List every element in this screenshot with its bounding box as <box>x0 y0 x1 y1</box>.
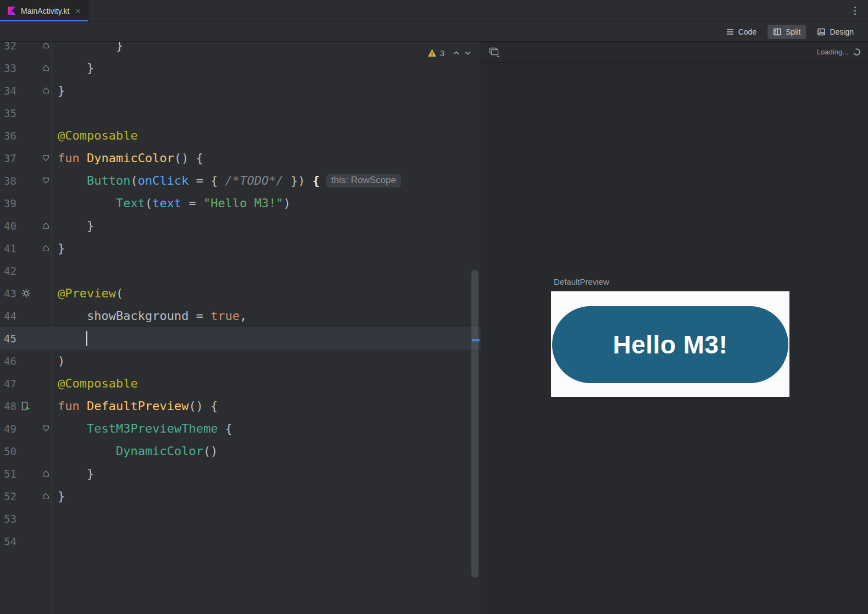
line-number: 53 <box>0 513 16 525</box>
line-number: 47 <box>0 378 16 390</box>
preview-run-icon[interactable] <box>16 401 35 411</box>
code-text: } <box>51 489 65 503</box>
code-line-43[interactable]: 43@Preview( <box>0 282 481 305</box>
code-line-39[interactable]: 39 Text(text = "Hello M3!") <box>0 192 481 214</box>
code-text: } <box>51 467 94 480</box>
line-number: 42 <box>0 265 16 277</box>
chevron-down-icon[interactable] <box>464 49 472 57</box>
warning-icon[interactable] <box>427 48 437 57</box>
code-text: } <box>51 42 123 52</box>
code-text: fun DefaultPreview() { <box>51 399 218 413</box>
inlay-hint: this: RowScope <box>326 174 401 187</box>
line-number: 51 <box>0 468 16 480</box>
code-editor[interactable]: 32 }33 }34}3536@Composable37fun DynamicC… <box>0 42 481 614</box>
fold-up-icon[interactable] <box>35 492 51 500</box>
code-line-41[interactable]: 41} <box>0 237 481 259</box>
code-line-40[interactable]: 40 } <box>0 214 481 237</box>
line-number: 32 <box>0 42 16 52</box>
code-line-51[interactable]: 51 } <box>0 462 481 485</box>
preview-button: Hello M3! <box>552 306 788 383</box>
fold-down-icon[interactable] <box>35 424 51 433</box>
code-line-52[interactable]: 52} <box>0 485 481 507</box>
design-mode-icon <box>817 27 826 36</box>
code-text: } <box>51 84 65 97</box>
view-options-icon[interactable] <box>489 47 500 57</box>
editor-tab-bar: MainActivity.kt × <box>0 0 868 22</box>
code-line-54[interactable]: 54 <box>0 530 481 552</box>
split-mode-button[interactable]: Split <box>767 25 806 39</box>
code-text: Text(text = "Hello M3!") <box>51 196 291 210</box>
line-number: 54 <box>0 535 16 547</box>
fold-down-icon[interactable] <box>35 154 51 162</box>
line-number: 35 <box>0 107 16 119</box>
line-number: 43 <box>0 287 16 300</box>
code-line-33[interactable]: 33 } <box>0 57 481 79</box>
tab-mainactivity[interactable]: MainActivity.kt × <box>0 0 88 21</box>
more-options-icon[interactable] <box>852 4 858 17</box>
code-rows: 32 }33 }34}3536@Composable37fun DynamicC… <box>0 42 481 552</box>
fold-up-icon[interactable] <box>35 244 51 252</box>
code-line-34[interactable]: 34} <box>0 79 481 102</box>
fold-down-icon[interactable] <box>35 176 51 185</box>
kotlin-icon <box>8 7 16 15</box>
code-line-36[interactable]: 36@Composable <box>0 124 481 147</box>
fold-up-icon[interactable] <box>35 222 51 230</box>
code-text: @Preview( <box>51 286 123 300</box>
fold-up-icon[interactable] <box>35 64 51 72</box>
preview-name-label[interactable]: DefaultPreview <box>554 277 609 286</box>
line-number: 52 <box>0 490 16 502</box>
code-line-38[interactable]: 38 Button(onClick = { /*TODO*/ }) {this:… <box>0 169 481 192</box>
line-number: 48 <box>0 400 16 412</box>
editor-mode-toolbar: Code Split Design <box>0 22 868 42</box>
preview-render-surface: Hello M3! <box>551 291 789 397</box>
code-line-35[interactable]: 35 <box>0 102 481 124</box>
code-line-53[interactable]: 53 <box>0 507 481 530</box>
line-number: 41 <box>0 242 16 255</box>
inspections-widget[interactable]: 3 <box>427 47 472 59</box>
line-number: 34 <box>0 85 16 97</box>
fold-up-icon[interactable] <box>35 42 51 49</box>
code-line-46[interactable]: 46) <box>0 350 481 372</box>
vertical-scrollbar[interactable] <box>471 270 478 578</box>
fold-up-icon[interactable] <box>35 86 51 95</box>
code-mode-label: Code <box>738 27 756 36</box>
line-number: 39 <box>0 197 16 209</box>
tab-close-icon[interactable]: × <box>75 6 80 15</box>
caret-stripe-mark[interactable] <box>472 339 480 341</box>
code-line-47[interactable]: 47@Composable <box>0 372 481 395</box>
code-text: Button(onClick = { /*TODO*/ }) {this: Ro… <box>51 174 401 187</box>
design-mode-button[interactable]: Design <box>811 25 859 39</box>
code-text <box>51 331 87 346</box>
code-line-49[interactable]: 49 TestM3PreviewTheme { <box>0 417 481 440</box>
line-number: 46 <box>0 355 16 367</box>
line-number: 45 <box>0 333 16 345</box>
code-text: } <box>51 219 94 233</box>
split-mode-icon <box>773 27 782 36</box>
code-line-48[interactable]: 48fun DefaultPreview() { <box>0 395 481 417</box>
code-line-50[interactable]: 50 DynamicColor() <box>0 440 481 462</box>
code-line-45[interactable]: 45 <box>0 327 481 350</box>
code-mode-button[interactable]: Code <box>720 25 762 39</box>
loading-spinner-icon <box>852 47 861 57</box>
fold-up-icon[interactable] <box>35 469 51 478</box>
line-number: 40 <box>0 220 16 232</box>
code-mode-icon <box>726 27 735 36</box>
code-text: } <box>51 241 65 255</box>
code-text: DynamicColor() <box>51 444 218 458</box>
gear-icon[interactable] <box>16 289 35 298</box>
chevron-up-icon[interactable] <box>452 49 460 57</box>
line-number: 49 <box>0 423 16 435</box>
code-line-42[interactable]: 42 <box>0 259 481 282</box>
line-number: 36 <box>0 130 16 142</box>
code-text: @Composable <box>51 129 138 142</box>
code-text: fun DynamicColor() { <box>51 151 203 165</box>
code-line-44[interactable]: 44 showBackground = true, <box>0 305 481 327</box>
code-text: @Composable <box>51 377 138 390</box>
loading-text: Loading... <box>817 48 848 56</box>
code-line-32[interactable]: 32 } <box>0 42 481 57</box>
line-number: 44 <box>0 310 16 322</box>
split-mode-label: Split <box>786 27 800 36</box>
code-line-37[interactable]: 37fun DynamicColor() { <box>0 147 481 169</box>
line-number: 37 <box>0 152 16 164</box>
code-text: TestM3PreviewTheme { <box>51 422 232 435</box>
